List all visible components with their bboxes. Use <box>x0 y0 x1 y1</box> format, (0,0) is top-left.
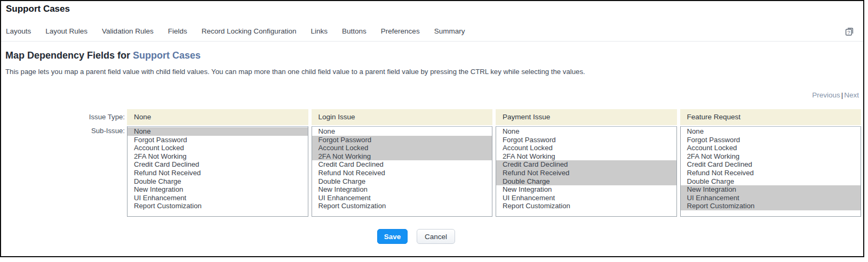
list-option[interactable]: Refund Not Received <box>681 169 861 177</box>
list-option[interactable]: Report Customization <box>312 202 492 210</box>
sub-issue-listbox[interactable]: NoneForgot PasswordAccount Locked2FA Not… <box>496 126 677 217</box>
sub-issue-listbox[interactable]: NoneForgot PasswordAccount Locked2FA Not… <box>680 126 862 217</box>
list-option[interactable]: Refund Not Received <box>312 169 492 177</box>
list-option[interactable]: Account Locked <box>312 144 492 152</box>
dependency-column: NoneNoneForgot PasswordAccount Locked2FA… <box>127 109 308 217</box>
parent-value-header: None <box>127 109 308 125</box>
list-option[interactable]: New Integration <box>128 185 308 194</box>
list-option[interactable]: New Integration <box>496 185 676 194</box>
parent-field-label: Issue Type: <box>32 109 125 125</box>
pagination: Previous|Next <box>812 91 859 99</box>
list-option[interactable]: Credit Card Declined <box>312 160 492 169</box>
list-option[interactable]: Credit Card Declined <box>681 160 861 169</box>
list-option[interactable]: Report Customization <box>681 202 861 210</box>
dependency-column: Payment IssueNoneForgot PasswordAccount … <box>496 109 677 217</box>
list-option[interactable]: None <box>312 127 492 136</box>
dependency-columns: NoneNoneForgot PasswordAccount Locked2FA… <box>127 109 861 217</box>
child-field-label: Sub-Issue: <box>32 127 125 135</box>
list-option[interactable]: UI Enhancement <box>312 194 492 202</box>
dependency-column: Login IssueNoneForgot PasswordAccount Lo… <box>312 109 493 217</box>
list-option[interactable]: Forgot Password <box>312 136 492 144</box>
list-option[interactable]: None <box>496 127 676 136</box>
help-description: This page lets you map a parent field va… <box>5 68 585 76</box>
tab-record-locking-configuration[interactable]: Record Locking Configuration <box>202 27 297 35</box>
page-title: Support Cases <box>6 4 70 14</box>
pagination-separator: | <box>841 91 843 99</box>
list-option[interactable]: New Integration <box>312 185 492 194</box>
list-option[interactable]: Double Charge <box>681 177 861 186</box>
list-option[interactable]: Credit Card Declined <box>496 160 676 169</box>
tab-layout-rules[interactable]: Layout Rules <box>45 27 87 35</box>
list-option[interactable]: Report Customization <box>496 202 676 210</box>
save-button[interactable]: Save <box>377 229 408 244</box>
heading-prefix: Map Dependency Fields for <box>5 50 133 61</box>
list-option[interactable]: New Integration <box>681 185 861 194</box>
list-option[interactable]: Account Locked <box>128 144 308 152</box>
next-link[interactable]: Next <box>844 91 859 99</box>
list-option[interactable]: UI Enhancement <box>496 194 676 202</box>
list-option[interactable]: Double Charge <box>312 177 492 186</box>
list-option[interactable]: Double Charge <box>128 177 308 186</box>
heading-module-name: Support Cases <box>133 50 201 61</box>
sub-issue-listbox[interactable]: NoneForgot PasswordAccount Locked2FA Not… <box>127 126 308 217</box>
tab-buttons[interactable]: Buttons <box>342 27 367 35</box>
parent-value-header: Feature Request <box>680 109 862 125</box>
svg-text:?: ? <box>847 29 850 35</box>
tab-bar: LayoutsLayout RulesValidation RulesField… <box>6 27 465 35</box>
list-option[interactable]: Refund Not Received <box>128 169 308 177</box>
list-option[interactable]: Account Locked <box>681 144 861 152</box>
dependency-column: Feature RequestNoneForgot PasswordAccoun… <box>680 109 862 217</box>
parent-value-header: Payment Issue <box>496 109 677 125</box>
section-heading: Map Dependency Fields for Support Cases <box>5 50 201 61</box>
tab-fields[interactable]: Fields <box>168 27 187 35</box>
list-option[interactable]: Refund Not Received <box>496 169 676 177</box>
list-option[interactable]: Credit Card Declined <box>128 160 308 169</box>
list-option[interactable]: None <box>128 127 308 136</box>
list-option[interactable]: 2FA Not Working <box>496 152 676 161</box>
list-option[interactable]: Account Locked <box>496 144 676 152</box>
cancel-button[interactable]: Cancel <box>417 229 455 244</box>
settings-page: Support Cases LayoutsLayout RulesValidat… <box>0 0 864 257</box>
list-option[interactable]: Double Charge <box>496 177 676 186</box>
tab-preferences[interactable]: Preferences <box>381 27 420 35</box>
tab-layouts[interactable]: Layouts <box>6 27 31 35</box>
list-option[interactable]: 2FA Not Working <box>128 152 308 161</box>
tab-validation-rules[interactable]: Validation Rules <box>102 27 154 35</box>
previous-link[interactable]: Previous <box>812 91 840 99</box>
sub-issue-listbox[interactable]: NoneForgot PasswordAccount Locked2FA Not… <box>312 126 493 217</box>
list-option[interactable]: 2FA Not Working <box>681 152 861 161</box>
tab-summary[interactable]: Summary <box>434 27 465 35</box>
list-option[interactable]: 2FA Not Working <box>312 152 492 161</box>
tab-links[interactable]: Links <box>311 27 328 35</box>
help-icon[interactable]: ? <box>844 26 855 37</box>
tab-separator <box>1 41 863 42</box>
list-option[interactable]: None <box>681 127 861 136</box>
list-option[interactable]: UI Enhancement <box>681 194 861 202</box>
parent-value-header: Login Issue <box>312 109 493 125</box>
list-option[interactable]: UI Enhancement <box>128 194 308 202</box>
list-option[interactable]: Forgot Password <box>681 136 861 144</box>
list-option[interactable]: Forgot Password <box>496 136 676 144</box>
list-option[interactable]: Report Customization <box>128 202 308 210</box>
list-option[interactable]: Forgot Password <box>128 136 308 144</box>
